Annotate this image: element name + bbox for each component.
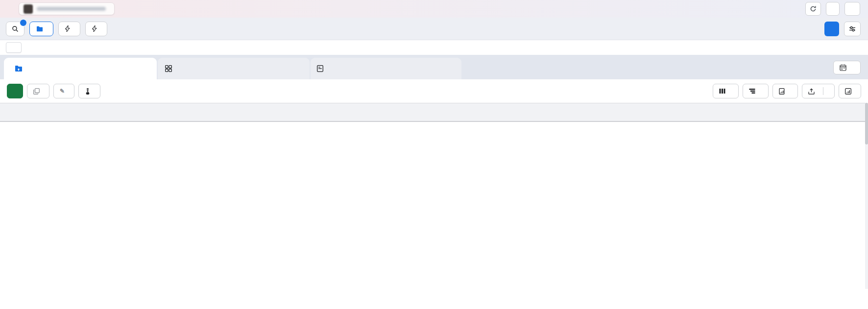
pencil-icon: ✎: [60, 88, 65, 95]
saved-search-button[interactable]: [6, 22, 24, 36]
flask-icon: [85, 88, 91, 95]
level-tabs: [0, 55, 868, 79]
duplicate-icon: [33, 88, 40, 95]
export-button[interactable]: [802, 84, 835, 98]
search-row: [0, 40, 868, 55]
folder-icon: [36, 26, 43, 32]
tab-ad-sets[interactable]: [158, 58, 310, 79]
selection-filter-chip[interactable]: [6, 42, 22, 53]
filter-had-delivery[interactable]: [58, 22, 80, 36]
filter-all-ads[interactable]: [29, 22, 53, 36]
topbar-actions: [800, 2, 860, 16]
campaigns-table: [0, 103, 868, 142]
lightning-icon: [92, 25, 97, 32]
account-name-redacted: [37, 7, 106, 11]
edit-button[interactable]: ✎: [53, 84, 74, 98]
table-footer: [0, 121, 868, 142]
search-count-badge: [20, 19, 27, 26]
export-icon: [808, 88, 815, 95]
duplicate-button[interactable]: [27, 84, 49, 98]
more-options-button[interactable]: [844, 2, 860, 16]
grid-icon: [165, 65, 172, 72]
breakdown-button[interactable]: [743, 84, 769, 98]
divider: [823, 87, 823, 95]
tab-campaigns[interactable]: [4, 58, 157, 79]
create-view-button[interactable]: [824, 22, 839, 36]
reports-icon: [779, 88, 785, 95]
top-bar: [0, 0, 868, 18]
refresh-icon: [810, 5, 817, 12]
action-bar: ✎: [0, 79, 868, 103]
vertical-scrollbar[interactable]: [865, 103, 868, 289]
sliders-icon: [849, 25, 856, 32]
folder-icon: [15, 65, 23, 72]
account-selector[interactable]: [19, 2, 115, 15]
search-icon: [12, 25, 19, 32]
filter-active-ads[interactable]: [85, 22, 107, 36]
lightning-icon: [65, 25, 70, 32]
filter-bar: [0, 18, 868, 40]
create-button[interactable]: [7, 84, 23, 98]
tab-ads[interactable]: [311, 58, 461, 79]
review-publish-button[interactable]: [826, 2, 840, 16]
charts-button[interactable]: [839, 84, 861, 98]
chart-icon: [845, 88, 851, 95]
ab-test-button[interactable]: [78, 84, 100, 98]
date-range-picker[interactable]: [833, 61, 861, 74]
more-button[interactable]: [104, 84, 119, 98]
reports-button[interactable]: [772, 84, 798, 98]
ads-icon: [317, 65, 323, 72]
view-settings-button[interactable]: [844, 22, 861, 36]
search-input[interactable]: [27, 45, 856, 50]
breakdown-icon: [749, 88, 755, 94]
columns-icon: [719, 88, 725, 94]
scrollbar-thumb[interactable]: [865, 103, 868, 144]
account-avatar: [24, 4, 33, 14]
table-tools: [713, 84, 861, 98]
columns-button[interactable]: [713, 84, 739, 98]
table-header: [0, 103, 868, 121]
refresh-button[interactable]: [805, 2, 821, 16]
calendar-icon: [840, 64, 846, 71]
